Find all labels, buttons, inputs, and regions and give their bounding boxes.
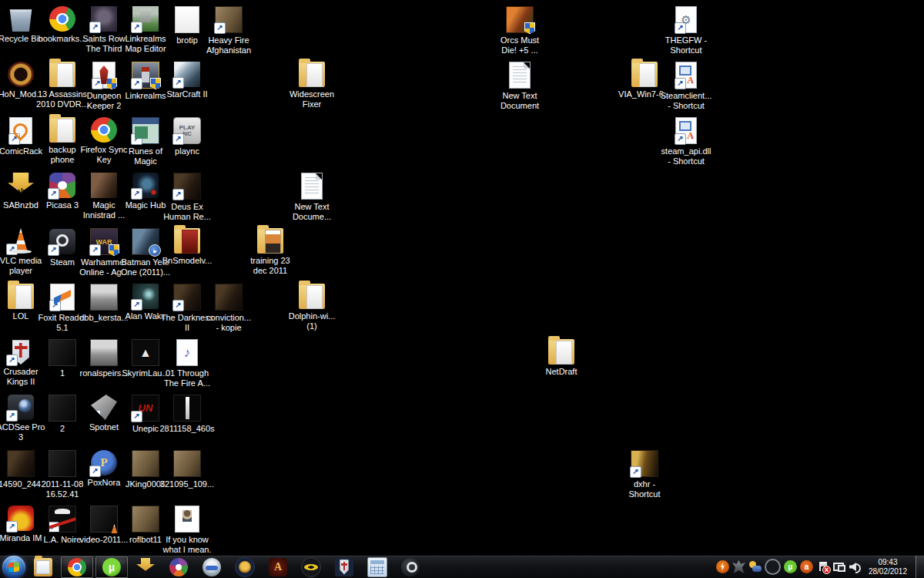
tray-icon-ring-utility[interactable]	[765, 559, 781, 575]
folder-icon	[299, 284, 325, 309]
desktop-icon-heavy-fire-afghanistan[interactable]: Heavy FireAfghanistan	[201, 6, 256, 55]
arrow-overlay-icon	[131, 22, 142, 33]
desktop-icon-plaync[interactable]: PLAY NCplaync	[159, 117, 215, 156]
arrow-overlay-icon	[630, 466, 641, 478]
desktop-icon-netdraft[interactable]: NetDraft	[534, 339, 589, 377]
taskbar-button-calculator[interactable]	[362, 557, 393, 577]
chrome-icon	[91, 117, 117, 143]
windows-explorer-icon	[34, 558, 52, 576]
desktop-icon-training-23-dec-2011[interactable]: training 23dec 2011	[243, 228, 298, 276]
icon-label: New TextDocume...	[284, 202, 340, 222]
taskbar-button-sabnzbd[interactable]: sab	[130, 557, 161, 577]
gear-doc-icon	[675, 6, 697, 33]
desktop-icon-widescreen-fixer[interactable]: WidescreenFixer	[284, 62, 340, 109]
desktop-icon-starcraft-2[interactable]: StarCraft II	[159, 62, 215, 99]
icon-label: THEGFW -Shortcut	[658, 35, 714, 55]
taskbar-button-chrome[interactable]	[61, 556, 93, 578]
arrow-overlay-icon	[89, 410, 101, 422]
desktop-icon-2811158-460s[interactable]: 2811158_460s	[159, 395, 215, 434]
foxit-icon	[50, 284, 75, 311]
desktop[interactable]: Recycle BinHoN_Mod...ComicRackabSABnzbdV…	[0, 0, 924, 556]
arrow-overlay-icon	[172, 189, 184, 200]
taskbar-button-age-game[interactable]: A	[263, 557, 293, 577]
photo-tan-icon	[215, 6, 243, 33]
castle-icon	[132, 6, 159, 32]
video-dark-icon	[90, 506, 118, 533]
tray-icon-spiky-utility[interactable]	[732, 560, 745, 573]
icon-label: dxhr -Shortcut	[617, 479, 672, 499]
music-icon	[176, 339, 198, 366]
taskbar-button-steam[interactable]	[395, 557, 426, 577]
photo-dark-icon	[173, 284, 201, 311]
war-icon: WAR	[90, 228, 118, 255]
taskbar-button-picasa[interactable]	[163, 557, 194, 577]
tray-icon-weather[interactable]	[748, 560, 762, 573]
desktop-icon-321095-109[interactable]: 321095_109...	[159, 450, 215, 489]
arrow-overlay-icon	[172, 77, 184, 89]
desktop-icon-thegfw-shortcut[interactable]: THEGFW -Shortcut	[658, 6, 714, 55]
calculator-icon	[367, 557, 387, 577]
taskbar-button-batman-game[interactable]	[296, 557, 326, 577]
tray-clock[interactable]: 09:43 28/02/2012	[865, 558, 912, 576]
start-button[interactable]	[2, 556, 25, 578]
taskbar-button-crusader-kings-2[interactable]	[329, 557, 360, 577]
steam-icon	[401, 558, 420, 576]
desktop-icon-new-text-document[interactable]: New TextDocument	[492, 62, 547, 111]
icon-label: training 23dec 2011	[243, 256, 298, 276]
arrow-overlay-icon	[6, 188, 18, 200]
folder-icon	[548, 339, 574, 365]
alanwake-icon	[132, 284, 159, 309]
photo-dark-icon	[173, 173, 201, 200]
desktop-icon-dolphin-wi-1[interactable]: Dolphin-wi...(1)	[284, 284, 340, 331]
taskbar: µsabA µa× 09:43 28/02/2012	[0, 555, 924, 578]
tray-icon-utorrent-tray[interactable]: µ	[784, 560, 797, 573]
folder-red-icon	[174, 228, 200, 254]
desktop-icon-steamclient-shortcut[interactable]: Steamclient...- Shortcut	[658, 62, 714, 111]
icon-label: 01 ThroughThe Fire A...	[159, 368, 215, 388]
icon-label: conviction...- kopie	[201, 313, 256, 333]
arrow-overlay-icon	[89, 22, 101, 33]
icon-label: Orcs MustDie! +5 ...	[492, 35, 547, 55]
taskbar-button-windows-explorer[interactable]	[28, 557, 59, 577]
tray-icon-flame-utility[interactable]	[716, 560, 729, 573]
desktop-icon-deus-ex-human-revolution[interactable]: Deus ExHuman Re...	[159, 173, 215, 222]
photo-gray-icon	[90, 284, 118, 311]
tray-icon-network[interactable]	[832, 560, 845, 573]
arrow-overlay-icon	[131, 299, 142, 311]
textdoc-icon	[509, 62, 531, 89]
emblem-dark-icon	[91, 6, 117, 32]
camera-icon	[8, 395, 34, 420]
strip-icon	[173, 395, 201, 422]
arrow-overlay-icon	[172, 300, 184, 311]
folder-icon	[299, 62, 325, 87]
desktop-icon-dxhr-shortcut[interactable]: dxhr -Shortcut	[617, 450, 672, 499]
desktop-icon-orcs-must-die[interactable]: Orcs MustDie! +5 ...	[492, 6, 547, 55]
icon-label: 321095_109...	[159, 479, 215, 489]
installer-icon	[675, 117, 697, 144]
taskbar-button-utorrent[interactable]: µ	[95, 556, 128, 578]
folder-photos-icon	[257, 228, 283, 254]
desktop-icon-01-through-the-fire[interactable]: 01 ThroughThe Fire A...	[159, 339, 215, 388]
tray-icon-action-center[interactable]: ×	[816, 560, 829, 573]
tray-glyph: ×	[822, 566, 831, 574]
desktop-icon-new-text-docume[interactable]: New TextDocume...	[284, 173, 340, 222]
meme-icon	[175, 506, 199, 533]
taskbar-button-headset-app[interactable]	[196, 557, 227, 577]
tray-icon-orange-a-app[interactable]: a	[800, 560, 813, 573]
vlc-icon	[8, 228, 34, 254]
desktop-icon-conviction-kopie[interactable]: conviction...- kopie	[201, 284, 256, 333]
lanoire-icon	[49, 506, 76, 533]
icon-label: BnSmodelv...	[159, 256, 215, 266]
card-icon	[175, 6, 199, 33]
show-desktop-button[interactable]	[916, 556, 924, 578]
desktop-icon-steam-api-dll-shortcut[interactable]: steam_api.dll- Shortcut	[658, 117, 714, 166]
taskbar-button-griffin-game[interactable]	[229, 557, 260, 577]
desktop-icon-if-you-know-what-i-mean[interactable]: If you knowwhat I mean.	[159, 506, 215, 555]
folder-icon	[49, 62, 75, 87]
tray-icon-volume[interactable]	[849, 560, 862, 573]
chrome-icon	[49, 6, 75, 32]
desktop-icon-bnsmodel[interactable]: BnSmodelv...	[159, 228, 215, 266]
folder-icon	[8, 284, 34, 309]
photo-dark-icon	[7, 450, 35, 477]
chrome-icon	[68, 558, 86, 576]
